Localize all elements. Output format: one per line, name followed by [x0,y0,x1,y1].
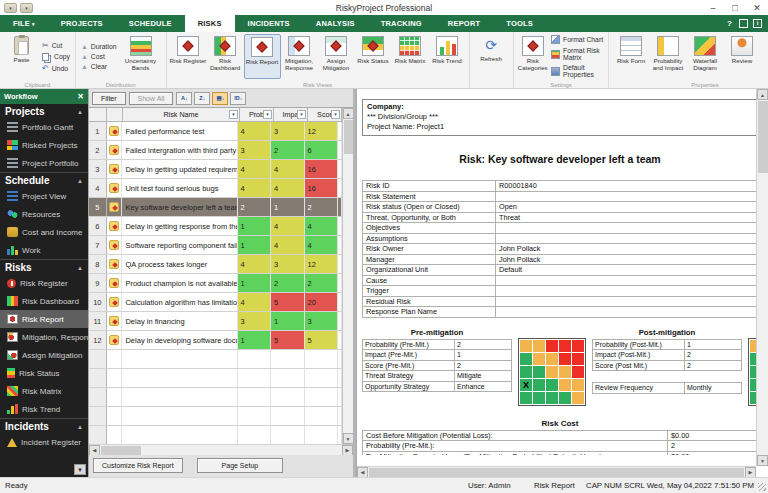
sidebar-item-risk-report[interactable]: Risk Report [0,310,88,328]
report-vertical-scrollbar[interactable]: ▲ ▼ [756,89,768,466]
ribbon-risk-trend-button[interactable]: Risk Trend [429,34,466,79]
ribbon-waterfall-diagram-button[interactable]: Waterfall Diagram [686,34,723,79]
sidebar-item-resources[interactable]: Resources [0,205,88,223]
sort-priority-icon[interactable]: ▤↓ [212,92,228,105]
table-row[interactable]: 4Unit test found serious bugs4416 [89,179,342,198]
resize-grip[interactable] [758,483,766,491]
collapse-arrow-icon[interactable]: ▲ [77,424,83,430]
table-row[interactable]: 10Calculation algorithm has limitations4… [89,293,342,312]
sidebar-item-work[interactable]: Work [0,241,88,259]
sidebar-section-header-projects[interactable]: Projects▲ [0,104,88,118]
sidebar-section-header-risks[interactable]: Risks▲ [0,260,88,274]
sidebar-item-mitigation-response[interactable]: Mitigation, Response [0,328,88,346]
scrollbar-thumb[interactable] [369,468,744,477]
close-button[interactable]: ✕ [746,1,768,15]
table-row[interactable]: 11Delay in financing313 [89,312,342,331]
sort-za-icon[interactable]: Z↓ [194,92,210,105]
sidebar-section-header-schedule[interactable]: Schedule▲ [0,173,88,187]
ribbon-risk-register-button[interactable]: Risk Register [170,34,207,79]
sidebar-item-cost-and-income[interactable]: Cost and Income [0,223,88,241]
collapse-arrow-icon[interactable]: ▲ [77,178,83,184]
table-row[interactable]: 9Product champion is not available122 [89,274,342,293]
menu-tab-file[interactable]: FILE▾ [0,15,48,32]
sidebar-section-header-incidents[interactable]: Incidents▲ [0,419,88,433]
sidebar-item-risk-dashboard[interactable]: Risk Dashboard [0,292,88,310]
paste-button[interactable]: Paste [3,34,40,79]
scroll-up-icon[interactable]: ▲ [757,89,768,100]
ribbon-risk-matrix-button[interactable]: Risk Matrix [392,34,429,79]
table-row[interactable]: 7Software reporting component fail144 [89,236,342,255]
risk-categories-button[interactable]: Risk Categories [517,34,549,79]
sidebar-item-project-portfolio[interactable]: Project Portfolio [0,154,88,172]
filter-dropdown-icon[interactable]: ▼ [331,110,340,119]
sidebar-item-risk-register[interactable]: Risk Register [0,274,88,292]
scroll-left-icon[interactable]: ◀ [357,467,368,478]
monitor-icon[interactable] [739,19,748,28]
scroll-right-icon[interactable]: ▶ [745,467,756,478]
ribbon-mitigation-response-button[interactable]: Mitigation, Response [281,34,318,79]
ribbon-review-button[interactable]: Review [723,34,760,79]
sidebar-scroll-down-icon[interactable]: ▼ [74,464,86,475]
table-row[interactable]: 6Delay in getting response from the144 [89,217,342,236]
customize-risk-report-button[interactable]: Customize Risk Report [93,458,183,473]
ribbon-risk-dashboard-button[interactable]: Risk Dashboard [207,34,244,79]
cut-button[interactable]: ✂Cut [40,40,72,51]
scroll-left-icon[interactable]: ◀ [89,445,100,456]
default-properties-button[interactable]: Default Properties [549,63,605,79]
refresh-button[interactable]: ⟳ Refresh [473,34,510,79]
table-row[interactable]: 5Key software developer left a team212 [89,198,342,217]
menu-tab-risks[interactable]: RISKS [185,15,235,32]
uncertainty-bands-button[interactable]: Uncertainty Bands [119,34,163,79]
scroll-down-icon[interactable]: ▼ [343,433,354,444]
ribbon-probability-and-impact-button[interactable]: Probability and Impact [649,34,686,79]
menu-tab-incidents[interactable]: INCIDENTS [235,15,303,32]
scrollbar-thumb[interactable] [758,101,768,173]
minimize-button[interactable]: – [702,1,724,15]
risk-table-vertical-scrollbar[interactable]: ▲ ▼ [342,108,353,444]
sort-az-icon[interactable]: A↓ [176,92,192,105]
close-icon[interactable]: ✕ [77,92,84,101]
copy-button[interactable]: Copy [40,52,72,62]
sidebar-item-portfolio-gantt[interactable]: Portfolio Gantt [0,118,88,136]
menu-tab-tracking[interactable]: TRACKING [368,15,435,32]
scrollbar-thumb[interactable] [101,446,141,455]
menu-tab-report[interactable]: REPORT [435,15,493,32]
undo-button[interactable]: ↶Undo [40,63,72,74]
table-row[interactable]: 12Delay in developing software docu155 [89,331,342,350]
ribbon-risk-status-button[interactable]: Risk Status [355,34,392,79]
header-impact[interactable]: Impa▼ [274,108,308,122]
table-row[interactable]: 2Failed intergration with third party326 [89,141,342,160]
table-row[interactable]: 8QA process takes longer4312 [89,255,342,274]
ribbon-assign-mitigation-button[interactable]: Assign Mitigation [318,34,355,79]
show-all-button[interactable]: Show All [129,92,174,105]
filter-button[interactable]: Filter [92,92,126,105]
header-risk-name[interactable]: Risk Name▼ [123,108,240,122]
header-prob[interactable]: Prob▼ [240,108,274,122]
sidebar-item-risk-status[interactable]: Risk Status [0,364,88,382]
risk-table-horizontal-scrollbar[interactable]: ◀ ▶ [89,444,353,455]
header-score[interactable]: Scor▼ [308,108,342,122]
sidebar-item-project-view[interactable]: Project View [0,187,88,205]
page-setup-button[interactable]: Page Setup [197,458,284,473]
sidebar-item-incident-register[interactable]: Incident Register [0,433,88,451]
menu-tab-schedule[interactable]: SCHEDULE [116,15,185,32]
filter-dropdown-icon[interactable]: ▼ [297,110,306,119]
scroll-up-icon[interactable]: ▲ [343,108,354,119]
menu-tab-analysis[interactable]: ANALYSIS [303,15,368,32]
sidebar-item-risked-projects[interactable]: Risked Projects [0,136,88,154]
collapse-arrow-icon[interactable]: ▲ [77,109,83,115]
table-row[interactable]: 3Delay in getting updated requirements44… [89,160,342,179]
filter-dropdown-icon[interactable]: ▼ [229,110,238,119]
format-risk-matrix-button[interactable]: Format Risk Matrix [549,46,605,62]
sort-id-icon[interactable]: ID↓ [230,92,246,105]
format-chart-button[interactable]: Format Chart [549,34,605,45]
ribbon-history-button[interactable]: History [760,34,768,79]
collapse-arrow-icon[interactable]: ▲ [77,265,83,271]
sidebar-item-risk-matrix[interactable]: Risk Matrix [0,382,88,400]
clear-button[interactable]: ▲Clear [79,62,119,71]
sidebar-item-risk-trend[interactable]: Risk Trend [0,400,88,418]
ribbon-risk-report-button[interactable]: Risk Report [244,34,281,79]
scroll-right-icon[interactable]: ▶ [342,445,353,456]
table-row[interactable]: 1Failed performance test4312 [89,122,342,141]
menu-tab-projects[interactable]: PROJECTS [48,15,116,32]
